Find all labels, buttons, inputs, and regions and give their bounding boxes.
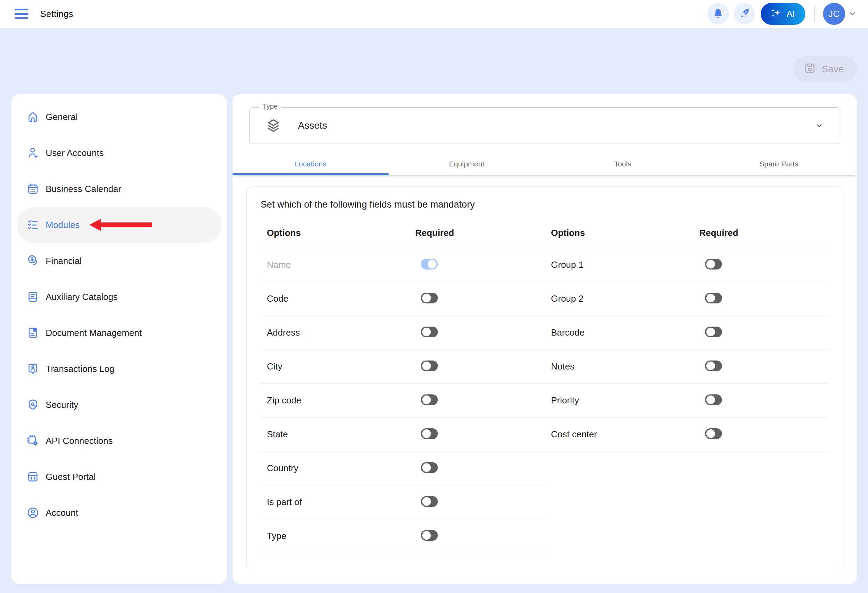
- required-toggle-group-1[interactable]: [705, 259, 722, 270]
- table-header-row: Options Required: [261, 218, 545, 248]
- sidebar-item-modules[interactable]: Modules: [16, 207, 221, 243]
- notifications-button[interactable]: [707, 3, 729, 25]
- required-toggle-country[interactable]: [421, 462, 438, 473]
- main-panel: Type Assets Locations Equipment Tools Sp…: [233, 94, 857, 584]
- required-toggle-group-2[interactable]: [705, 293, 722, 304]
- save-button[interactable]: Save: [793, 56, 857, 83]
- field-row-cost-center: Cost center: [545, 417, 829, 451]
- checklist-icon: [26, 218, 40, 232]
- field-row-country: Country: [261, 451, 545, 485]
- toggle-knob: [422, 429, 431, 438]
- required-toggle-cost-center[interactable]: [705, 428, 722, 439]
- field-row-barcode: Barcode: [545, 316, 829, 350]
- chip-gear-icon: [26, 434, 40, 447]
- field-label: Country: [261, 463, 403, 474]
- tab-label: Equipment: [449, 160, 484, 168]
- type-select[interactable]: Type Assets: [249, 107, 840, 144]
- menu-button[interactable]: [15, 8, 30, 20]
- tab-bar: Locations Equipment Tools Spare Parts: [233, 153, 857, 175]
- tab-equipment[interactable]: Equipment: [389, 153, 545, 175]
- tab-label: Spare Parts: [759, 160, 799, 168]
- card-title: Set which of the following fields must b…: [261, 199, 829, 210]
- sidebar-item-security[interactable]: Security: [16, 387, 221, 423]
- sidebar-item-api-connections[interactable]: API Connections: [16, 423, 221, 459]
- sidebar-item-label: Modules: [46, 220, 80, 230]
- fields-table-right: Options Required Group 1 Group 2 Barcode…: [545, 218, 829, 553]
- floppy-disk-icon: [804, 62, 822, 77]
- mandatory-fields-card: Set which of the following fields must b…: [247, 186, 843, 570]
- field-label: Group 2: [545, 294, 687, 304]
- chevron-down-icon: [847, 8, 858, 20]
- table-header-row: Options Required: [545, 218, 829, 248]
- home-icon: [26, 111, 40, 124]
- required-column-header: Required: [403, 228, 545, 238]
- page-title: Settings: [40, 9, 73, 19]
- field-row-type: Type: [261, 519, 545, 553]
- required-toggle-address[interactable]: [421, 327, 438, 337]
- toggle-knob: [422, 361, 431, 370]
- required-toggle-city[interactable]: [421, 360, 438, 371]
- shield-key-icon: [26, 398, 40, 412]
- sidebar-item-label: User Accounts: [46, 148, 104, 158]
- select-chevron-icon: [814, 120, 825, 131]
- table-body-left: Name Code Address City Zip code: [261, 248, 545, 553]
- required-toggle-barcode[interactable]: [705, 327, 722, 337]
- topbar-left: Settings: [15, 8, 73, 20]
- field-label: Address: [261, 327, 403, 338]
- browser-code-icon: [26, 470, 40, 483]
- required-toggle-name: [421, 259, 438, 270]
- fields-table-left: Options Required Name Code Address City: [261, 218, 545, 553]
- field-row-name: Name: [261, 248, 545, 282]
- tab-label: Tools: [614, 160, 631, 168]
- tab-label: Locations: [295, 160, 327, 168]
- coin-dollar-icon: [26, 254, 40, 267]
- sidebar-item-document-management[interactable]: Document Management: [16, 315, 221, 351]
- field-row-zip-code: Zip code: [261, 384, 545, 417]
- sidebar-item-label: Financial: [46, 256, 82, 266]
- sidebar-item-label: Guest Portal: [46, 472, 96, 482]
- sidebar-item-general[interactable]: General: [16, 99, 221, 135]
- ai-button[interactable]: AI: [761, 3, 805, 25]
- sidebar-item-label: Auxiliary Catalogs: [46, 292, 118, 302]
- sidebar-item-guest-portal[interactable]: Guest Portal: [16, 459, 221, 495]
- catalog-icon: [26, 290, 40, 304]
- id-badge-icon: [26, 362, 40, 375]
- field-label: Cost center: [545, 429, 687, 440]
- options-column-header: Options: [545, 228, 687, 238]
- sidebar-item-user-accounts[interactable]: User Accounts: [16, 135, 221, 171]
- user-avatar[interactable]: JC: [823, 3, 845, 25]
- required-toggle-zip-code[interactable]: [421, 394, 438, 405]
- toggle-knob: [422, 294, 431, 302]
- sidebar-item-financial[interactable]: Financial: [16, 243, 221, 279]
- settings-sidebar: General User Accounts Business Calendar …: [11, 94, 227, 584]
- sidebar-item-label: API Connections: [46, 435, 113, 446]
- sidebar-item-transactions-log[interactable]: Transactions Log: [16, 351, 221, 387]
- toggle-knob: [422, 497, 431, 506]
- required-column-header: Required: [687, 228, 829, 238]
- sidebar-item-account[interactable]: Account: [16, 495, 221, 531]
- calendar-icon: [26, 182, 40, 195]
- tab-spare-parts[interactable]: Spare Parts: [701, 153, 857, 175]
- field-label: Priority: [545, 395, 687, 406]
- field-row-is-part-of: Is part of: [261, 485, 545, 519]
- toggle-knob: [706, 429, 715, 438]
- launch-button[interactable]: [734, 3, 755, 25]
- sparkles-icon: [769, 7, 786, 21]
- required-toggle-notes[interactable]: [705, 360, 722, 371]
- topbar-right: AI JC: [703, 3, 858, 25]
- required-toggle-type[interactable]: [421, 530, 438, 541]
- required-toggle-code[interactable]: [421, 293, 438, 304]
- field-label: Group 1: [545, 260, 687, 270]
- field-row-address: Address: [261, 316, 545, 350]
- ai-button-label: AI: [786, 9, 795, 19]
- sidebar-item-auxiliary-catalogs[interactable]: Auxiliary Catalogs: [16, 279, 221, 315]
- tab-locations[interactable]: Locations: [233, 153, 389, 175]
- sidebar-item-business-calendar[interactable]: Business Calendar: [16, 171, 221, 207]
- required-toggle-state[interactable]: [421, 428, 438, 439]
- required-toggle-is-part-of[interactable]: [421, 496, 438, 507]
- tab-tools[interactable]: Tools: [545, 153, 701, 175]
- user-menu-button[interactable]: [847, 8, 858, 20]
- required-toggle-priority[interactable]: [705, 394, 722, 405]
- sidebar-item-label: Security: [46, 400, 78, 410]
- field-label: Zip code: [261, 395, 403, 406]
